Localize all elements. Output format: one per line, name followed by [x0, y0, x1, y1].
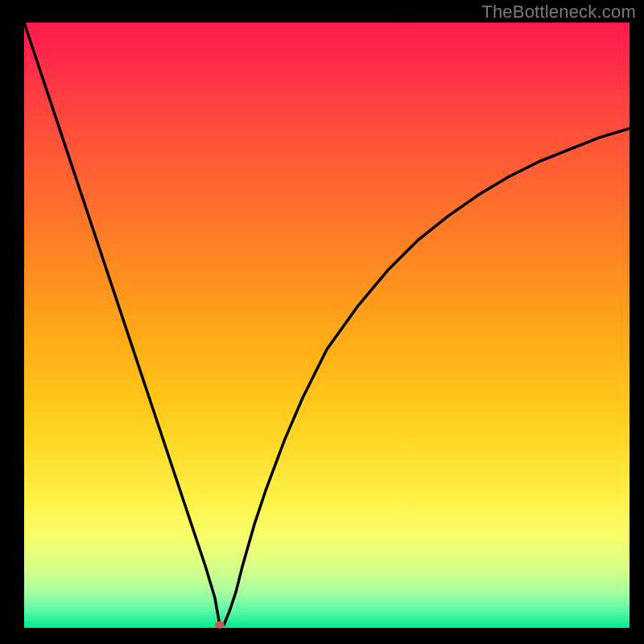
plot-background: [24, 23, 630, 628]
watermark-text: TheBottleneck.com: [481, 2, 636, 23]
bottleneck-chart: [0, 0, 644, 644]
optimal-point-marker: [215, 621, 225, 629]
chart-frame: TheBottleneck.com: [0, 0, 644, 644]
